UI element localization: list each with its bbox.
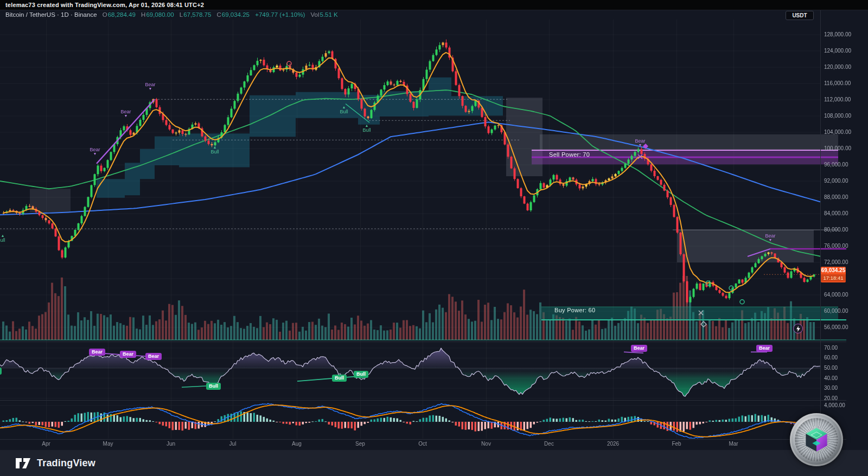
close-value: 69,034.25 [222, 11, 250, 18]
price-axis-label: 80,000.00 [824, 227, 848, 233]
time-axis-label[interactable]: Oct [413, 441, 432, 447]
lightning-icon[interactable] [793, 324, 803, 333]
open-value: 68,284.49 [108, 11, 136, 18]
price-axis-label: 100,000.00 [824, 145, 851, 151]
time-axis-label[interactable]: May [99, 441, 117, 447]
time-axis-label[interactable]: Jun [162, 441, 180, 447]
chart-canvas[interactable] [0, 0, 868, 476]
bar-countdown: 17:18:41 [821, 274, 846, 281]
tradingview-logo-icon[interactable] [15, 457, 31, 469]
open-label: O [103, 11, 107, 18]
price-axis-label: 108,000.00 [824, 113, 851, 119]
close-label: C [217, 11, 221, 18]
rsi-axis-label: 70.00 [824, 345, 838, 351]
coin-watermark [790, 413, 843, 466]
sell-power-zone-label[interactable]: Sell Power: 70 [549, 151, 590, 158]
time-axis-label[interactable]: Dec [540, 441, 558, 447]
time-axis-label[interactable]: Jul [224, 441, 242, 447]
last-price-value: 69,034.25 [821, 267, 846, 274]
time-axis-label[interactable]: 2026 [604, 441, 622, 447]
price-axis-label: 64,000.00 [824, 292, 848, 298]
change-value: +749.77 (+1.10%) [255, 11, 305, 18]
time-axis-label[interactable]: Nov [477, 441, 495, 447]
time-axis-label[interactable]: Sep [351, 441, 369, 447]
tradingview-brand-text[interactable]: TradingView [37, 458, 95, 469]
rsi-axis-label: 50.00 [824, 365, 838, 371]
symbol-title[interactable]: Bitcoin / TetherUS · 1D · Binance [5, 11, 97, 18]
volume-label: Vol [311, 11, 320, 18]
time-axis-label[interactable]: Feb [667, 441, 686, 447]
low-label: L [180, 11, 183, 18]
price-axis-label: 124,000.00 [824, 48, 851, 54]
volume-value: 5.51 K [320, 11, 338, 18]
price-axis-label: 76,000.00 [824, 243, 848, 249]
time-axis-label[interactable]: Apr [37, 441, 55, 447]
coin-cube-logo [805, 427, 828, 453]
low-value: 67,578.75 [183, 11, 211, 18]
price-axis-label: 104,000.00 [824, 129, 851, 135]
high-value: 69,080.00 [146, 11, 174, 18]
rsi-axis-label: 20.00 [824, 395, 838, 401]
buy-power-zone-label[interactable]: Buy Power: 60 [554, 307, 595, 313]
price-axis-label: 96,000.00 [824, 162, 848, 168]
price-axis-label: 120,000.00 [824, 64, 851, 70]
macd-axis-label: 4,000.00 [824, 402, 845, 408]
last-price-label: 69,034.25 17:18:41 [821, 267, 846, 282]
footer-bar: TradingView [0, 450, 868, 476]
tradingview-chart-window: telemac73 created with TradingView.com, … [0, 0, 868, 476]
price-axis-label: 92,000.00 [824, 178, 848, 184]
price-axis-label: 112,000.00 [824, 97, 851, 102]
price-axis-label: 88,000.00 [824, 194, 848, 200]
price-axis-label: 116,000.00 [824, 80, 851, 86]
rsi-axis-label: 60.00 [824, 355, 838, 361]
attribution-text: telemac73 created with TradingView.com, … [5, 2, 204, 8]
symbol-legend[interactable]: Bitcoin / TetherUS · 1D · Binance O68,28… [5, 11, 338, 20]
price-axis-label: 128,000.00 [824, 31, 851, 37]
attribution-bar: telemac73 created with TradingView.com, … [0, 0, 868, 10]
rsi-axis-label: 30.00 [824, 385, 838, 391]
rsi-axis-label: 40.00 [824, 375, 838, 381]
high-label: H [141, 11, 145, 18]
time-axis-label[interactable]: Aug [288, 441, 306, 447]
time-axis-label[interactable]: Mar [724, 441, 743, 447]
lightning-glyph [796, 326, 801, 332]
currency-toggle-button[interactable]: USDT [786, 11, 814, 20]
price-axis-label: 56,000.00 [824, 324, 848, 330]
price-axis-label: 60,000.00 [824, 308, 848, 314]
price-axis-label: 84,000.00 [824, 210, 848, 216]
price-axis-label: 72,000.00 [824, 259, 848, 265]
